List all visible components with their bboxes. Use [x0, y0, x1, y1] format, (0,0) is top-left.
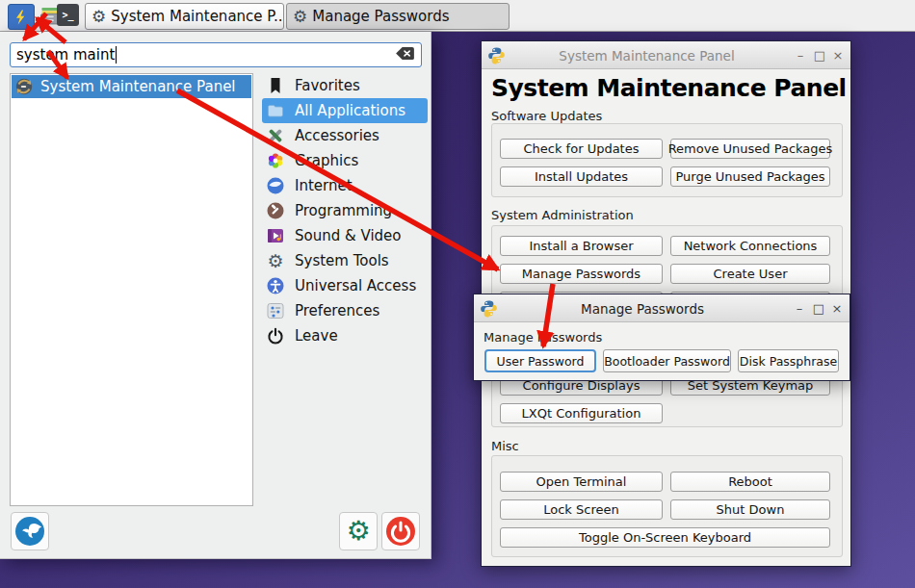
close-button[interactable]: ×: [827, 294, 847, 322]
maximize-button[interactable]: □: [810, 41, 829, 69]
category-all-applications[interactable]: All Applications: [262, 98, 428, 123]
page-title: System Maintenance Panel: [491, 74, 847, 102]
hammer-icon: [266, 201, 285, 220]
category-system-tools[interactable]: ⚙ System Tools: [262, 248, 428, 273]
power-icon: [385, 516, 416, 547]
category-accessories[interactable]: Accessories: [262, 123, 428, 148]
category-programming[interactable]: Programming: [262, 198, 428, 223]
category-universal-access[interactable]: Universal Access: [262, 273, 428, 298]
minimize-button[interactable]: –: [790, 294, 809, 322]
manage-passwords-button[interactable]: Manage Passwords: [500, 264, 663, 284]
close-button[interactable]: ×: [828, 41, 848, 69]
gear-icon: ⚙: [266, 251, 285, 270]
category-favorites[interactable]: Favorites: [262, 73, 428, 98]
text-caret: [116, 46, 117, 64]
sliders-icon: [266, 301, 285, 320]
shut-down-button[interactable]: Shut Down: [670, 499, 830, 520]
utilities-icon: [266, 126, 285, 145]
open-terminal-button[interactable]: Open Terminal: [500, 472, 663, 492]
task-button-system-maintenance-panel[interactable]: ⚙ System Maintenance P...: [85, 3, 284, 30]
clear-search-icon[interactable]: [395, 46, 415, 64]
lightning-bolt-icon: [12, 8, 31, 27]
dialog-titlebar[interactable]: Manage Passwords – □ ×: [474, 294, 850, 322]
reboot-button[interactable]: Reboot: [670, 472, 830, 492]
menu-button[interactable]: [8, 4, 35, 30]
application-menu: system maint System Maintenance Panel Fa…: [0, 32, 431, 559]
search-results-list: System Maintenance Panel: [10, 73, 253, 506]
category-preferences[interactable]: Preferences: [262, 298, 428, 323]
main-window-titlebar[interactable]: System Maintenance Panel – □ ×: [482, 41, 850, 69]
gear-wrench-icon: ⚙: [346, 518, 370, 545]
install-updates-button[interactable]: Install Updates: [500, 166, 663, 187]
power-icon: [266, 326, 285, 345]
menu-settings-button[interactable]: ⚙: [339, 512, 378, 550]
toggle-on-screen-keyboard-button[interactable]: Toggle On-Screen Keyboard: [500, 527, 830, 548]
category-internet[interactable]: Internet: [262, 173, 428, 198]
category-leave[interactable]: Leave: [262, 323, 428, 348]
section-label-system-administration: System Administration: [491, 208, 634, 222]
create-user-button[interactable]: Create User: [670, 264, 830, 284]
disk-passphrase-button[interactable]: Disk Passphrase: [738, 349, 839, 372]
user-password-button[interactable]: User Password: [484, 349, 596, 372]
check-for-updates-button[interactable]: Check for Updates: [500, 139, 663, 159]
lxqt-configuration-button[interactable]: LXQt Configuration: [500, 403, 663, 423]
category-graphics[interactable]: Graphics: [262, 148, 428, 173]
category-sound-video[interactable]: Sound & Video: [262, 223, 428, 248]
media-icon: [266, 226, 285, 245]
taskbar: >_ ⚙ System Maintenance P... ⚙ Manage Pa…: [0, 0, 915, 32]
window-title: System Maintenance Panel: [510, 41, 783, 69]
network-connections-button[interactable]: Network Connections: [670, 236, 830, 256]
gear-icon: ⚙: [92, 9, 106, 25]
install-a-browser-button[interactable]: Install a Browser: [500, 236, 663, 256]
purge-unused-packages-button[interactable]: Purge Unused Packages: [670, 166, 830, 187]
result-item-system-maintenance-panel[interactable]: System Maintenance Panel: [12, 75, 251, 98]
terminal-icon[interactable]: >_: [57, 4, 79, 26]
task-label: System Maintenance P...: [111, 8, 284, 25]
python-icon: [487, 46, 506, 64]
bookmark-icon: [266, 76, 285, 95]
section-label-software-updates: Software Updates: [491, 109, 602, 123]
lxqt-about-button[interactable]: [11, 512, 49, 550]
python-icon: [480, 299, 498, 318]
search-input[interactable]: system maint: [10, 42, 422, 67]
accessibility-icon: [266, 276, 285, 295]
color-pinwheel-icon: [266, 151, 285, 170]
bootloader-password-button[interactable]: Bootloader Password: [603, 349, 731, 372]
gear-icon: ⚙: [293, 9, 307, 25]
manage-passwords-dialog: Manage Passwords – □ × Manage Passwords …: [473, 294, 850, 381]
lxqt-bird-icon: [14, 516, 45, 547]
dialog-title: Manage Passwords: [503, 294, 782, 322]
task-label: Manage Passwords: [312, 8, 449, 25]
lock-screen-button[interactable]: Lock Screen: [500, 499, 663, 520]
minimize-button[interactable]: –: [791, 41, 810, 69]
menu-power-button[interactable]: [381, 512, 420, 550]
system-update-icon: [14, 77, 34, 96]
remove-unused-packages-button[interactable]: Remove Unused Packages: [670, 139, 830, 159]
result-label: System Maintenance Panel: [40, 78, 236, 95]
section-label-misc: Misc: [491, 439, 519, 453]
dialog-section-label: Manage Passwords: [484, 330, 602, 345]
task-button-manage-passwords[interactable]: ⚙ Manage Passwords: [286, 3, 510, 30]
folder-icon: [266, 101, 285, 120]
maximize-button[interactable]: □: [809, 294, 828, 322]
globe-icon: [266, 176, 285, 195]
search-value: system maint: [16, 46, 115, 64]
